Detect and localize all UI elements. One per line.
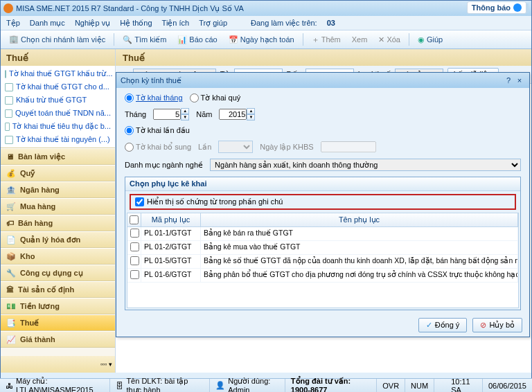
nav-kho[interactable]: 📦Kho: [1, 248, 115, 265]
nav-buttons: 🖥Bàn làm việc 💰Quỹ 🏦Ngân hàng 🛒Mua hàng …: [1, 148, 115, 356]
branch-icon: 🏢: [9, 35, 19, 44]
nav-quy[interactable]: 💰Quỹ: [1, 165, 115, 181]
table-row[interactable]: PL 01-5/GTGTBảng kê số thuế GTGT đã nộp …: [127, 255, 518, 269]
fund-icon: 💰: [6, 169, 16, 178]
tree-item[interactable]: Quyết toán thuế TNDN nă...: [1, 107, 115, 120]
tree-item[interactable]: Tờ khai thuế GTGT khấu trừ...: [1, 67, 115, 80]
plan-button[interactable]: 📅Ngày hạch toán: [224, 34, 299, 46]
branch-button[interactable]: 🏢Chọn chi nhánh làm việc: [5, 33, 109, 46]
dialog-close-button[interactable]: ×: [514, 76, 525, 84]
app-logo-icon: [3, 3, 13, 13]
status-date: 06/06/2015: [483, 379, 532, 392]
ok-button[interactable]: ✓Đồng ý: [418, 318, 468, 332]
menu-hethong[interactable]: Hệ thống: [120, 19, 152, 28]
nav-thue[interactable]: 📑Thuế: [1, 314, 115, 331]
sell-icon: 🏷: [6, 219, 14, 227]
row-checkbox[interactable]: [130, 270, 139, 279]
find-button[interactable]: 🔍Tìm kiếm: [118, 34, 170, 46]
sidebar-tree: Tờ khai thuế GTGT khấu trừ... Tờ khai th…: [1, 66, 115, 148]
nam-label: Năm: [196, 110, 212, 118]
buy-icon: 🛒: [6, 202, 16, 211]
sidebar-bottom: ▫▫▫ ▾: [1, 356, 115, 373]
nav-giathanh[interactable]: 📈Giá thành: [1, 331, 115, 348]
toolbar: 🏢Chọn chi nhánh làm việc 🔍Tìm kiếm 📊Báo …: [1, 30, 531, 49]
select-all-checkbox[interactable]: [130, 215, 139, 224]
tree-item[interactable]: Khấu trừ thuế GTGT: [1, 93, 115, 107]
nav-nganhang[interactable]: 🏦Ngân hàng: [1, 181, 115, 198]
lan-label: Lần: [198, 143, 211, 152]
nav-ccdc[interactable]: 🔧Công cụ dụng cụ: [1, 265, 115, 281]
spin-up[interactable]: ▲: [181, 108, 189, 114]
row-checkbox[interactable]: [130, 256, 139, 265]
table-row[interactable]: PL 01-2/GTGTBảng kê mua vào thuế GTGT: [127, 241, 518, 255]
radio-quarter[interactable]: Tờ khai quý: [190, 93, 241, 103]
show-number-label: Hiển thị số chứng từ trong phần ghi chú: [147, 197, 283, 206]
report-icon: 📊: [177, 35, 187, 44]
overflow-icon[interactable]: ▫▫▫ ▾: [100, 361, 112, 368]
server-icon: 🖧: [6, 382, 13, 390]
dialog-chonky: Chọn kỳ tính thuế ? × Tờ khai tháng Tờ k…: [116, 72, 530, 337]
notify-button[interactable]: Thông báo: [467, 1, 526, 14]
thang-label: Tháng: [125, 110, 146, 118]
highlight-checkbox-row: Hiển thị số chứng từ trong phần ghi chú: [130, 194, 516, 210]
tree-item[interactable]: Tờ khai thuế tiêu thụ đặc b...: [1, 120, 115, 133]
nav-muahang[interactable]: 🛒Mua hàng: [1, 198, 115, 215]
row-checkbox[interactable]: [130, 229, 139, 238]
menu-danhmuc[interactable]: Danh mục: [30, 19, 65, 28]
add-button[interactable]: ＋Thêm: [308, 33, 345, 46]
spin-down[interactable]: ▼: [181, 114, 189, 121]
db-icon: 🗄: [116, 382, 123, 390]
status-num: NUM: [405, 379, 434, 392]
main-pane: Thuế Kỳ Đầu năm đến hiện tại Từ Đến Loại…: [116, 49, 531, 373]
sidebar: Thuế Tờ khai thuế GTGT khấu trừ... Tờ kh…: [1, 49, 116, 373]
nav-banlamviec[interactable]: 🖥Bàn làm việc: [1, 148, 115, 165]
cancel-button[interactable]: ⊘Hủy bỏ: [472, 318, 522, 332]
calendar-icon: 📅: [229, 35, 238, 44]
menu-trogiup[interactable]: Trợ giúp: [199, 19, 227, 28]
industry-select[interactable]: Ngành hàng sản xuất, kinh doanh thông th…: [210, 159, 521, 171]
nav-hoadon[interactable]: 📄Quản lý hóa đơn: [1, 231, 115, 248]
col-code[interactable]: Mã phụ lục: [141, 213, 201, 226]
khbs-label: Ngày lập KHBS: [260, 143, 313, 152]
table-row[interactable]: PL 01-1/GTGTBảng kê bán ra thuế GTGT: [127, 227, 518, 241]
spin-down[interactable]: ▼: [247, 114, 255, 121]
doc-icon: [5, 83, 13, 91]
nav-tscd[interactable]: 🏛Tài sản cố định: [1, 281, 115, 298]
appendix-table: Mã phụ lục Tên phụ lục PL 01-1/GTGTBảng …: [127, 213, 519, 308]
radio-first[interactable]: Tờ khai lần đầu: [125, 126, 190, 135]
status-ovr: OVR: [377, 379, 405, 392]
spin-up[interactable]: ▲: [247, 108, 255, 114]
help-button[interactable]: ◉Giúp: [414, 34, 447, 46]
menu-tienich[interactable]: Tiện ích: [162, 19, 190, 28]
report-button[interactable]: 📊Báo cáo: [173, 34, 221, 46]
row-checkbox[interactable]: [130, 242, 139, 251]
dialog-help-button[interactable]: ?: [503, 76, 514, 84]
appendix-group: Chọn phụ lục kê khai Hiển thị số chứng t…: [125, 177, 521, 310]
show-number-checkbox[interactable]: [135, 197, 144, 206]
menubar: Tệp Danh mục Nghiệp vụ Hệ thống Tiện ích…: [1, 16, 531, 30]
view-button: Xem: [348, 34, 372, 45]
thang-input[interactable]: [153, 109, 181, 120]
titlebar: MISA SME.NET 2015 R7 Standard - Công ty …: [1, 1, 531, 16]
khbs-input: [321, 141, 376, 152]
nav-banhang[interactable]: 🏷Bán hàng: [1, 215, 115, 231]
table-row[interactable]: PL 01-6/GTGTBảng phân bổ thuế GTGT cho đ…: [127, 269, 518, 283]
doc-icon: [5, 123, 10, 131]
search-icon: 🔍: [123, 35, 132, 44]
status-time: 10:11 SA: [445, 379, 483, 392]
dialog-title: Chọn kỳ tính thuế: [121, 76, 181, 85]
menu-tep[interactable]: Tệp: [6, 19, 20, 28]
nam-input[interactable]: [219, 109, 247, 120]
menu-nghiepvu[interactable]: Nghiệp vụ: [75, 19, 110, 28]
radio-month[interactable]: Tờ khai tháng: [125, 93, 183, 103]
bank-icon: 🏦: [6, 186, 16, 195]
radio-addl[interactable]: Tờ khai bổ sung: [125, 143, 191, 152]
working-value: 03: [327, 19, 335, 27]
tree-item[interactable]: Tờ khai thuế GTGT cho d...: [1, 80, 115, 93]
col-name[interactable]: Tên phụ lục: [201, 213, 518, 226]
delete-icon: ✕: [378, 35, 384, 44]
main-title: Thuế: [116, 49, 531, 66]
nav-tienluong[interactable]: 💵Tiền lương: [1, 298, 115, 314]
tree-item[interactable]: Tờ khai thuế tài nguyên (...): [1, 133, 115, 146]
window-title: MISA SME.NET 2015 R7 Standard - Công ty …: [16, 4, 244, 13]
